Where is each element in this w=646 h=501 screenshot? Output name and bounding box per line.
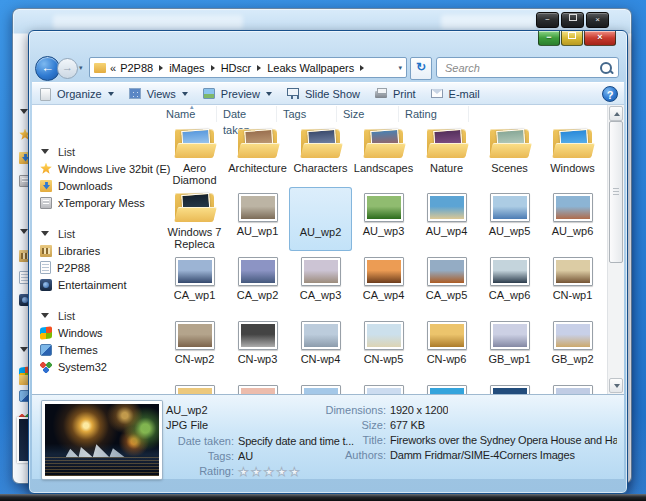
file-item[interactable]: Landscapes [352,123,415,187]
file-name: CN-wp2 [175,353,215,365]
file-item[interactable] [289,379,352,394]
background-breadcrumb-blur [53,15,243,29]
window-control-button[interactable]: × [584,31,616,46]
file-item[interactable] [163,379,226,394]
sidebar-item[interactable]: Windows [40,324,160,341]
file-item[interactable]: GB_wp2 [541,315,604,379]
sidebar-item[interactable]: Themes [40,341,160,358]
refresh-button[interactable]: ↻ [410,57,432,80]
column-header[interactable]: Size [337,106,399,122]
file-item[interactable] [541,379,604,394]
file-item[interactable] [415,379,478,394]
breadcrumb-segment[interactable]: P2P88 [120,62,169,74]
file-item[interactable] [478,379,541,394]
star-icon[interactable]: ★ [264,466,275,478]
breadcrumb-segment[interactable]: Leaks Wallpapers [267,62,370,74]
sidebar-item[interactable]: Downloads [40,177,160,194]
file-item[interactable]: Characters [289,123,352,187]
background-window-controls: −× [536,12,609,28]
sidebar-item-label: Windows Live 32bit (E) [58,163,171,175]
sidebar-item[interactable]: xTemporary Mess [40,194,160,211]
toolbar-button[interactable]: E-mail [430,87,480,100]
file-item[interactable]: CN-wp4 [289,315,352,379]
file-item[interactable]: CN-wp2 [163,315,226,379]
star-icon[interactable]: ★ [238,466,249,478]
file-item[interactable]: AU_wp6 [541,187,604,251]
sidebar-item[interactable]: Windows Live 32bit (E) [40,160,160,177]
file-item[interactable]: CA_wp6 [478,251,541,315]
sidebar-item-label: Windows [58,327,103,339]
scrollbar-thumb[interactable] [609,121,623,263]
breadcrumb-segment[interactable]: HDscr [221,62,268,74]
file-item[interactable]: AU_wp3 [352,187,415,251]
file-item[interactable]: CN-wp3 [226,315,289,379]
file-item[interactable]: CN-wp5 [352,315,415,379]
address-dropdown-icon[interactable]: ▾ [394,64,402,72]
column-header[interactable]: Rating [399,106,469,122]
rating-stars[interactable]: ★★★★★ [238,464,300,479]
window-control-button[interactable]: − [538,31,560,46]
forward-button[interactable]: → [57,58,78,79]
star-icon[interactable]: ★ [276,466,287,478]
back-arrow-icon: ← [41,60,54,75]
window-control-button[interactable] [561,12,584,28]
file-item[interactable] [352,379,415,394]
toolbar-button[interactable]: Preview [202,87,272,100]
file-item[interactable]: Aero Diamond [163,123,226,187]
window-control-button[interactable]: × [586,12,609,28]
window-control-button[interactable] [561,31,583,46]
file-item[interactable]: CA_wp3 [289,251,352,315]
file-item[interactable]: CA_wp1 [163,251,226,315]
file-item[interactable]: Windows [541,123,604,187]
sidebar-item[interactable]: P2P88 [40,259,160,276]
column-header[interactable]: Name [160,106,217,122]
sidebar-item-icon [40,279,52,291]
file-name: Aero Diamond [165,162,225,186]
toolbar-button[interactable]: Organize [38,87,114,100]
vertical-scrollbar[interactable] [607,105,624,394]
file-name: CN-wp4 [301,353,341,365]
history-dropdown[interactable]: ▾ [79,64,83,72]
sidebar-item[interactable]: List [40,143,160,160]
file-item[interactable] [226,379,289,394]
file-item[interactable]: AU_wp1 [226,187,289,251]
file-name: Nature [430,162,463,174]
column-header[interactable]: Tags [277,106,337,122]
search-box[interactable] [436,57,619,78]
breadcrumb[interactable]: « P2P88iMagesHDscrLeaks Wallpapers ▾ [89,57,407,78]
breadcrumb-overflow-icon[interactable]: « [110,62,116,74]
window-control-button[interactable]: − [536,12,559,28]
file-item[interactable]: CA_wp4 [352,251,415,315]
sidebar-item[interactable]: Entertainment [40,276,160,293]
scroll-down-icon[interactable] [609,378,623,393]
file-item[interactable]: CA_wp5 [415,251,478,315]
file-item[interactable]: AU_wp5 [478,187,541,251]
file-item[interactable]: Windows 7 Repleca [163,187,226,251]
file-item[interactable]: CN-wp6 [415,315,478,379]
sidebar-item[interactable]: List [40,225,160,242]
file-item[interactable]: Architecture [226,123,289,187]
search-input[interactable] [443,61,600,75]
star-icon[interactable]: ★ [251,466,262,478]
file-item[interactable]: AU_wp4 [415,187,478,251]
file-item[interactable]: Nature [415,123,478,187]
file-item[interactable]: CN-wp1 [541,251,604,315]
file-item[interactable]: Scenes [478,123,541,187]
file-item[interactable]: CA_wp2 [226,251,289,315]
file-item[interactable]: GB_wp1 [478,315,541,379]
sidebar-item[interactable]: System32 [40,358,160,375]
help-icon[interactable]: ? [602,86,618,102]
search-icon[interactable] [600,62,612,74]
sidebar-item[interactable]: List [40,307,160,324]
file-thumbnail [551,127,595,159]
toolbar-button[interactable]: Slide Show [286,87,360,100]
toolbar-button[interactable]: Views [128,87,188,100]
star-icon[interactable]: ★ [289,466,300,478]
sidebar-item[interactable]: Libraries [40,242,160,259]
breadcrumb-segment[interactable]: iMages [169,62,220,74]
scroll-up-icon[interactable] [609,106,623,121]
column-header[interactable]: Date taken [217,106,277,122]
explorer-window: −× ← → ▾ « P2P88iMagesHDscrLeaks Wallpap… [28,30,628,494]
file-item[interactable]: AU_wp2 [289,187,352,251]
toolbar-button[interactable]: Print [374,87,416,100]
